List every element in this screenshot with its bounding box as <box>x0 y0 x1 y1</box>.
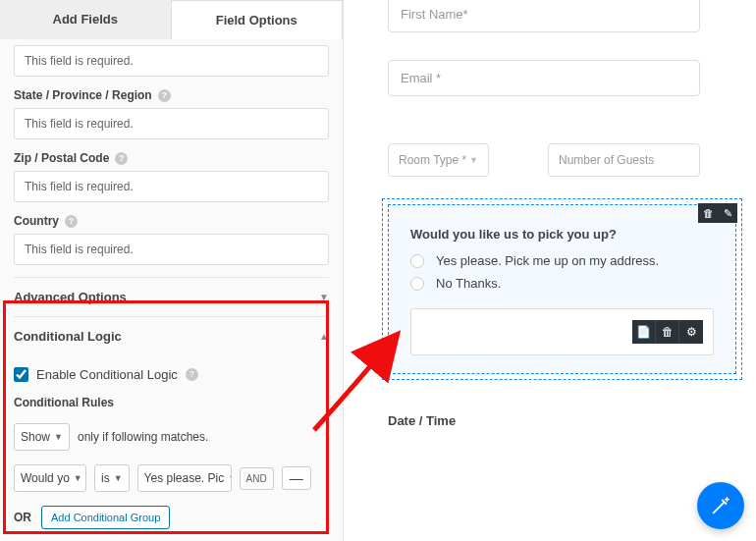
delete-button[interactable]: 🗑 <box>656 320 679 344</box>
chevron-up-icon: ▲ <box>319 331 329 342</box>
add-conditional-group-button[interactable]: Add Conditional Group <box>41 506 170 529</box>
fab-button[interactable] <box>697 482 744 529</box>
chevron-down-icon: ▼ <box>319 292 329 302</box>
conditional-rules-label: Conditional Rules <box>14 396 329 409</box>
matches-text: only if following matches. <box>78 430 208 444</box>
zip-input[interactable]: This field is required. <box>14 171 329 202</box>
rule-field-select[interactable]: Would yo▼ <box>14 464 86 492</box>
first-name-field[interactable]: First Name* <box>388 0 700 32</box>
edit-block-button[interactable]: ✎ <box>718 203 737 223</box>
radio-option-no[interactable]: No Thanks. <box>410 276 714 291</box>
pickup-question: Would you like us to pick you up? <box>410 227 714 242</box>
tabs: Add Fields Field Options <box>0 0 343 39</box>
radio-icon <box>410 277 424 291</box>
radio-option-yes[interactable]: Yes please. Pick me up on my address. <box>410 253 714 268</box>
chevron-down-icon: ▼ <box>74 473 82 483</box>
radio-icon <box>410 254 424 268</box>
form-preview: First Name* Email * Room Type * ▼ Number… <box>344 0 756 541</box>
help-icon[interactable]: ? <box>158 89 171 102</box>
settings-button[interactable]: ⚙ <box>679 320 703 344</box>
conditional-logic-body: Enable Conditional Logic ? Conditional R… <box>14 355 329 539</box>
zip-label: Zip / Postal Code ? <box>14 151 329 165</box>
help-icon[interactable]: ? <box>186 368 198 381</box>
tab-field-options[interactable]: Field Options <box>171 0 344 39</box>
state-label: State / Province / Region ? <box>14 88 329 102</box>
wand-icon <box>710 495 731 516</box>
truncated-field-input[interactable]: This field is required. <box>14 45 329 77</box>
help-icon[interactable]: ? <box>115 152 128 165</box>
rule-operator-select[interactable]: is▼ <box>94 464 130 492</box>
inner-placeholder-box: 📄 🗑 ⚙ <box>410 308 714 355</box>
section-advanced-options[interactable]: Advanced Options ▼ <box>14 277 329 316</box>
chevron-down-icon: ▼ <box>114 473 123 483</box>
enable-conditional-checkbox[interactable]: Enable Conditional Logic ? <box>14 367 329 382</box>
and-badge[interactable]: AND <box>240 467 274 490</box>
left-panel: Add Fields Field Options This field is r… <box>0 0 344 541</box>
date-time-label: Date / Time <box>388 413 736 428</box>
country-input[interactable]: This field is required. <box>14 234 329 265</box>
or-label: OR <box>14 511 31 524</box>
delete-block-button[interactable]: 🗑 <box>698 203 718 223</box>
state-input[interactable]: This field is required. <box>14 108 329 139</box>
show-select[interactable]: Show▼ <box>14 423 70 451</box>
rule-value-select[interactable]: Yes please. Pic▼ <box>137 464 232 492</box>
chevron-down-icon: ▼ <box>228 473 231 483</box>
duplicate-button[interactable]: 📄 <box>632 320 656 344</box>
room-type-select[interactable]: Room Type * ▼ <box>388 143 489 177</box>
enable-conditional-label: Enable Conditional Logic <box>36 367 178 382</box>
country-label: Country ? <box>14 214 329 228</box>
remove-rule-button[interactable]: — <box>282 466 311 490</box>
help-icon[interactable]: ? <box>65 215 78 228</box>
block-actions: 🗑 ✎ <box>698 203 737 223</box>
selected-radio-block[interactable]: 🗑 ✎ Would you like us to pick you up? Ye… <box>388 204 736 374</box>
section-conditional-logic[interactable]: Conditional Logic ▲ <box>14 316 329 355</box>
chevron-down-icon: ▼ <box>54 432 63 442</box>
enable-conditional-input[interactable] <box>14 367 28 382</box>
number-of-guests-field[interactable]: Number of Guests <box>548 143 700 177</box>
email-field[interactable]: Email * <box>388 60 700 96</box>
chevron-down-icon: ▼ <box>469 155 478 165</box>
tab-add-fields[interactable]: Add Fields <box>0 0 171 39</box>
